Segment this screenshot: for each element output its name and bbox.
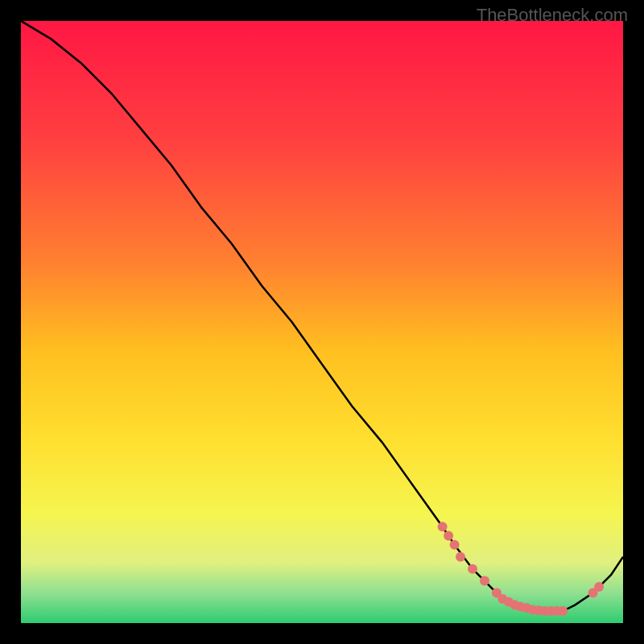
- marker-point: [444, 531, 453, 541]
- curve-layer: [21, 21, 623, 623]
- plot-area: [21, 21, 623, 623]
- marker-point: [594, 582, 604, 592]
- marker-point: [456, 552, 465, 562]
- marker-point: [468, 564, 477, 574]
- watermark-text: TheBottleneck.com: [477, 5, 628, 26]
- marker-point: [450, 540, 460, 550]
- marker-point: [480, 576, 489, 586]
- chart-container: TheBottleneck.com: [0, 0, 644, 644]
- marker-point: [438, 522, 448, 531]
- marker-point: [558, 606, 568, 616]
- bottleneck-curve: [21, 21, 623, 611]
